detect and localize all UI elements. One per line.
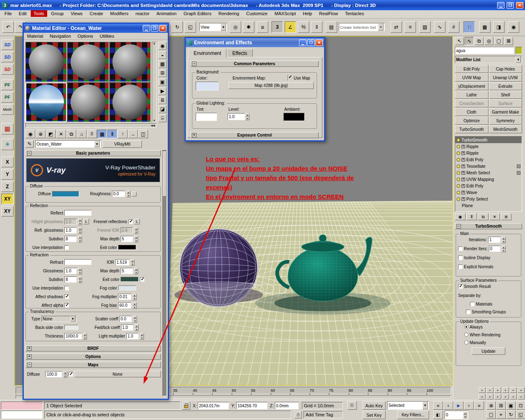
remove-modifier-icon[interactable]: ✕ — [489, 213, 500, 220]
mini-toolbar-icon[interactable]: ▪ — [510, 394, 517, 399]
mirror-icon[interactable]: ⇄ — [390, 21, 402, 33]
script-button-pf-2[interactable]: PF — [1, 92, 14, 103]
spinner[interactable]: ▲▼ — [134, 268, 138, 274]
zoom-icon[interactable]: ⊕ — [486, 401, 496, 410]
visibility-bulb-icon[interactable] — [457, 164, 460, 168]
mini-toolbar-icon[interactable]: ▪ — [494, 387, 501, 393]
make-unique-icon[interactable]: ⧉ — [478, 213, 488, 220]
render-setup-icon[interactable]: ▩ — [479, 21, 491, 33]
zoom-all-icon[interactable]: ⊞ — [496, 401, 506, 410]
sample-type-icon[interactable]: ◉ — [158, 42, 167, 50]
slots-horizontal-scrollbar[interactable]: ◀▶ — [25, 123, 157, 128]
sample-uv-tiling-icon[interactable]: ⊞ — [158, 69, 167, 77]
menu-group[interactable]: Group — [48, 10, 67, 17]
maps-diffuse-checkbox[interactable] — [68, 372, 73, 377]
diffuse-color-swatch[interactable] — [52, 191, 79, 197]
tint-swatch[interactable] — [196, 113, 217, 121]
exit-color-swatch[interactable] — [121, 277, 139, 282]
time-tag-icon[interactable]: ⎙ — [294, 411, 302, 418]
mini-toolbar-icon[interactable]: ▪ — [510, 387, 517, 393]
visibility-bulb-icon[interactable] — [457, 145, 460, 148]
menu-animation[interactable]: Animation — [154, 10, 180, 17]
zoom-extents-all-icon[interactable]: ⊡ — [516, 401, 525, 410]
stack-item-ripple-1[interactable]: Ripple — [455, 143, 522, 150]
stack-item-edit-poly-1[interactable]: Edit Poly — [455, 156, 522, 163]
script-button-mesh[interactable]: Mesh — [1, 104, 14, 115]
visibility-bulb-icon[interactable] — [457, 151, 460, 155]
menu-help[interactable]: Help — [300, 10, 315, 17]
smoothing-groups-checkbox[interactable] — [466, 310, 470, 314]
modifier-stack[interactable]: TurboSmooth Ripple Ripple Edit Poly Tess… — [455, 136, 522, 212]
select-and-scale-icon[interactable]: ◱ — [185, 21, 196, 33]
chevron-down-icon[interactable]: ▼ — [221, 23, 226, 31]
modifier-button[interactable]: CrossSection — [455, 99, 488, 107]
collapse-icon[interactable]: − — [457, 224, 461, 228]
hierarchy-tab-icon[interactable]: ⧉ — [475, 37, 484, 45]
slots-vertical-scrollbar[interactable]: ▲▼ — [152, 42, 157, 122]
modifier-button[interactable]: MeshSmooth — [489, 125, 523, 133]
show-end-result-icon[interactable]: Ⅱ — [107, 130, 117, 138]
modifier-list-dropdown[interactable]: Modifier List ▼ — [455, 56, 522, 63]
chevron-down-icon[interactable]: ▼ — [422, 402, 428, 409]
get-material-icon[interactable]: ◉ — [25, 130, 35, 138]
mini-toolbar-icon[interactable]: ▪ — [518, 394, 525, 399]
spinner[interactable]: ▲▼ — [78, 227, 82, 233]
create-tab-icon[interactable]: ↖ — [455, 37, 464, 45]
spinner[interactable]: ▲▼ — [502, 237, 506, 243]
spinner[interactable]: ▲▼ — [63, 371, 67, 377]
zoom-extents-icon[interactable]: ▣ — [506, 401, 516, 410]
spinner[interactable]: ▲▼ — [134, 227, 138, 233]
translucency-type-dropdown[interactable]: None▼ — [41, 316, 77, 322]
isoline-display-checkbox[interactable] — [458, 256, 463, 260]
wireframe-sphere[interactable] — [179, 229, 258, 307]
render-iters-checkbox[interactable] — [458, 247, 463, 251]
object-color-swatch[interactable] — [516, 47, 522, 54]
spinner[interactable]: ▲▼ — [134, 236, 138, 242]
visibility-bulb-icon[interactable] — [457, 158, 460, 162]
fog-bias-field[interactable]: 60.0 — [118, 302, 131, 308]
minimize-button[interactable]: ▁ — [497, 2, 504, 9]
material-map-navigator-icon[interactable]: ⌸ — [158, 114, 167, 122]
menu-tools[interactable]: Tools — [31, 10, 47, 17]
go-to-start-icon[interactable]: « — [433, 401, 443, 410]
expand-icon[interactable] — [461, 197, 465, 201]
go-to-end-icon[interactable]: » — [474, 401, 484, 410]
roughness-field[interactable]: 0.0 — [112, 191, 125, 197]
maximize-viewport-icon[interactable]: ◱ — [516, 410, 525, 419]
layer-manager-icon[interactable]: ▧ — [419, 21, 431, 33]
modifier-button[interactable]: Shell — [489, 91, 523, 99]
display-tab-icon[interactable]: ▢ — [494, 37, 503, 45]
material-slot-2[interactable] — [67, 42, 109, 82]
stack-item-tessellate[interactable]: Tessellate — [455, 163, 522, 169]
material-slot-5[interactable] — [67, 82, 109, 123]
smooth-result-checkbox[interactable] — [458, 284, 463, 289]
light-multiplier-field[interactable]: 1.0 — [126, 333, 139, 339]
glossiness-field[interactable]: 1.0 — [64, 268, 77, 274]
thickness-field[interactable]: 1000.0 — [64, 333, 82, 339]
use-interpolation-checkbox[interactable] — [64, 245, 69, 250]
menu-file[interactable]: File — [2, 10, 15, 17]
mini-toolbar-icon[interactable]: ▪ — [502, 394, 509, 399]
material-slot-3[interactable] — [110, 42, 151, 82]
expand-icon[interactable] — [461, 151, 465, 155]
when-rendering-radio[interactable] — [464, 333, 468, 337]
menu-rendering[interactable]: Rendering — [215, 10, 242, 17]
expand-icon[interactable] — [461, 158, 465, 162]
assign-material-to-selection-icon[interactable]: ◩ — [46, 130, 56, 138]
put-to-library-icon[interactable]: ⌂ — [77, 130, 87, 138]
put-material-to-scene-icon[interactable]: ⊕ — [36, 130, 46, 138]
subdivs-field[interactable]: 8 — [64, 236, 77, 242]
back-side-color-swatch[interactable] — [64, 325, 78, 330]
rendered-frame-window-icon[interactable]: ◨ — [493, 21, 504, 33]
exit-color-swatch[interactable] — [118, 245, 136, 250]
modifier-button[interactable]: yDisplacement — [455, 82, 488, 90]
menu-reactor[interactable]: reactor — [132, 10, 152, 17]
always-radio[interactable] — [464, 325, 468, 329]
atom-icon[interactable]: ✳ — [1, 139, 14, 150]
menu-tentacles[interactable]: Tentacles — [342, 10, 367, 17]
spinner[interactable]: ▲▼ — [132, 302, 137, 308]
material-id-channel-icon[interactable]: 0 — [87, 130, 97, 138]
select-by-material-icon[interactable]: ◪ — [158, 105, 167, 113]
stack-item-poly-select[interactable]: Poly Select — [455, 196, 522, 202]
fog-color-swatch[interactable] — [118, 285, 136, 290]
